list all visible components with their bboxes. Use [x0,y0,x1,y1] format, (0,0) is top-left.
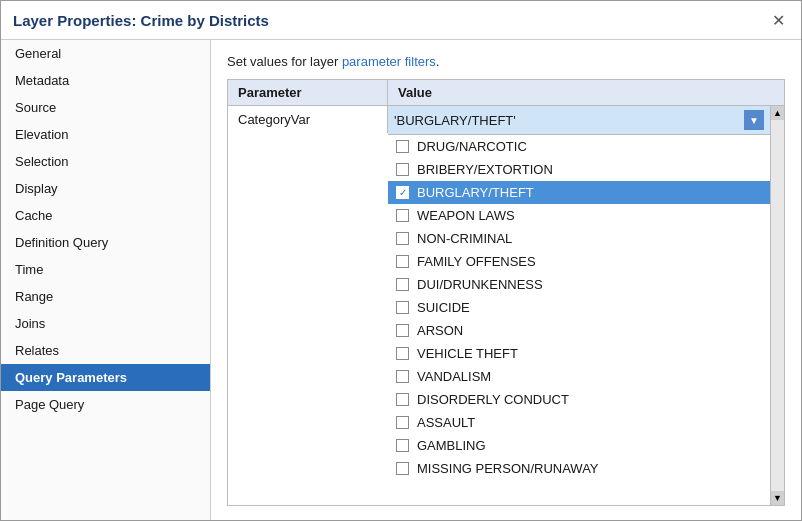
dropdown-item-label: DRUG/NARCOTIC [417,139,527,154]
sidebar-item-selection[interactable]: Selection [1,148,210,175]
dropdown-item[interactable]: ARSON [388,319,770,342]
dropdown-item-label: FAMILY OFFENSES [417,254,536,269]
dropdown-item-label: BURGLARY/THEFT [417,185,534,200]
dropdown-item[interactable]: VANDALISM [388,365,770,388]
dropdown-item-label: DUI/DRUNKENNESS [417,277,543,292]
content-area: GeneralMetadataSourceElevationSelectionD… [1,40,801,520]
checkbox-icon [396,140,409,153]
panel-description: Set values for layer parameter filters. [227,54,785,69]
sidebar-item-elevation[interactable]: Elevation [1,121,210,148]
dropdown-item[interactable]: NON-CRIMINAL [388,227,770,250]
checkbox-icon: ✓ [396,186,409,199]
dropdown-item[interactable]: SUICIDE [388,296,770,319]
dropdown-item[interactable]: WEAPON LAWS [388,204,770,227]
sidebar-item-page-query[interactable]: Page Query [1,391,210,418]
value-scrollbar: ▲ ▼ [770,106,784,505]
value-input-row: ▼ [388,106,770,135]
close-button[interactable]: ✕ [767,9,789,31]
header-parameter: Parameter [228,80,388,105]
dropdown-item[interactable]: ASSAULT [388,411,770,434]
dropdown-item[interactable]: VEHICLE THEFT [388,342,770,365]
checkbox-icon [396,393,409,406]
dropdown-item[interactable]: FAMILY OFFENSES [388,250,770,273]
table-row: CategoryVar ▼ DRUG/NARCOTICBRIBERY/EXTOR… [228,106,770,505]
dropdown-item[interactable]: ✓BURGLARY/THEFT [388,181,770,204]
checkbox-icon [396,209,409,222]
dropdown-item-label: MISSING PERSON/RUNAWAY [417,461,599,476]
dropdown-item-label: VEHICLE THEFT [417,346,518,361]
dropdown-item[interactable]: DRUG/NARCOTIC [388,135,770,158]
dropdown-button[interactable]: ▼ [744,110,764,130]
dialog-title: Layer Properties: Crime by Districts [13,12,269,29]
value-cell: ▼ DRUG/NARCOTICBRIBERY/EXTORTION✓BURGLAR… [388,106,770,505]
dropdown-item-label: VANDALISM [417,369,491,384]
checkbox-icon [396,439,409,452]
checkbox-icon [396,416,409,429]
parameter-table: Parameter Value CategoryVar ▼ DRUG/ [227,79,785,506]
title-bar: Layer Properties: Crime by Districts ✕ [1,1,801,40]
dropdown-item-label: BRIBERY/EXTORTION [417,162,553,177]
checkbox-icon [396,255,409,268]
sidebar-item-source[interactable]: Source [1,94,210,121]
dropdown-item[interactable]: MISSING PERSON/RUNAWAY [388,457,770,480]
table-body: CategoryVar ▼ DRUG/NARCOTICBRIBERY/EXTOR… [228,106,784,505]
checkbox-icon [396,301,409,314]
dropdown-item[interactable]: GAMBLING [388,434,770,457]
sidebar: GeneralMetadataSourceElevationSelectionD… [1,40,211,520]
table-header: Parameter Value [228,80,784,106]
dropdown-item-label: SUICIDE [417,300,470,315]
sidebar-item-display[interactable]: Display [1,175,210,202]
checkbox-icon [396,278,409,291]
dropdown-item-label: DISORDERLY CONDUCT [417,392,569,407]
checkbox-icon [396,324,409,337]
dropdown-item[interactable]: DUI/DRUNKENNESS [388,273,770,296]
desc-highlight: parameter filters [342,54,436,69]
dropdown-list: DRUG/NARCOTICBRIBERY/EXTORTION✓BURGLARY/… [388,135,770,505]
dropdown-item-label: WEAPON LAWS [417,208,515,223]
dropdown-item[interactable]: DISORDERLY CONDUCT [388,388,770,411]
sidebar-item-time[interactable]: Time [1,256,210,283]
checkbox-icon [396,462,409,475]
sidebar-item-definition-query[interactable]: Definition Query [1,229,210,256]
sidebar-item-relates[interactable]: Relates [1,337,210,364]
dropdown-item[interactable]: BRIBERY/EXTORTION [388,158,770,181]
dropdown-item-label: ASSAULT [417,415,475,430]
checkbox-icon [396,347,409,360]
dialog: Layer Properties: Crime by Districts ✕ G… [0,0,802,521]
sidebar-item-cache[interactable]: Cache [1,202,210,229]
scroll-down-arrow[interactable]: ▼ [771,491,785,505]
scroll-track [771,120,784,491]
sidebar-item-metadata[interactable]: Metadata [1,67,210,94]
header-value: Value [388,80,784,105]
desc-suffix: . [436,54,440,69]
param-cell: CategoryVar [228,106,388,133]
desc-prefix: Set values for layer [227,54,342,69]
checkbox-icon [396,232,409,245]
sidebar-item-general[interactable]: General [1,40,210,67]
dropdown-item-label: NON-CRIMINAL [417,231,512,246]
sidebar-item-range[interactable]: Range [1,283,210,310]
sidebar-item-query-parameters[interactable]: Query Parameters [1,364,210,391]
checkbox-icon [396,163,409,176]
dropdown-item-label: GAMBLING [417,438,486,453]
value-input[interactable] [394,113,744,128]
sidebar-item-joins[interactable]: Joins [1,310,210,337]
dropdown-item-label: ARSON [417,323,463,338]
main-panel: Set values for layer parameter filters. … [211,40,801,520]
checkbox-icon [396,370,409,383]
scroll-up-arrow[interactable]: ▲ [771,106,785,120]
